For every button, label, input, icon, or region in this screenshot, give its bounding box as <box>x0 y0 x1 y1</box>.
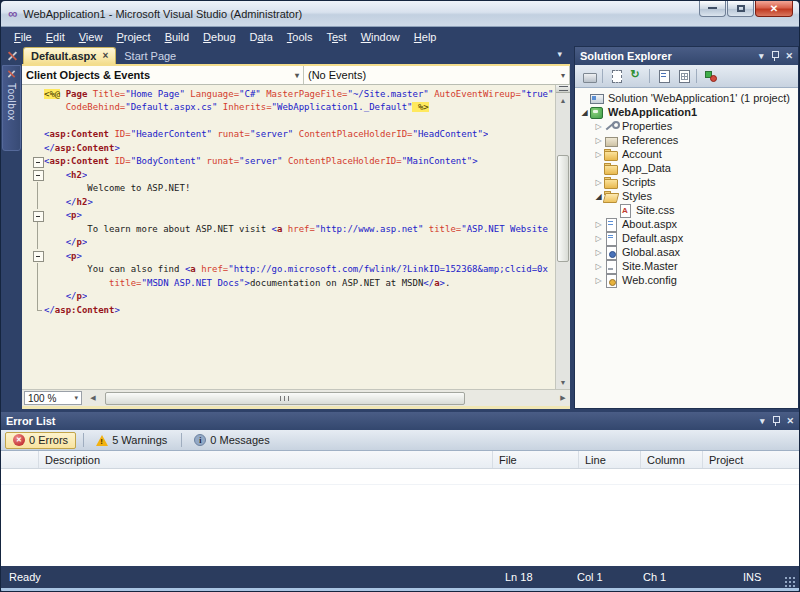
tree-item-web-config[interactable]: ▷Web.config <box>575 273 798 287</box>
tree-item-label: Solution 'WebApplication1' (1 project) <box>608 92 790 104</box>
collapse-arrow-icon[interactable]: ◢ <box>593 192 604 201</box>
files-icon <box>610 70 623 82</box>
messages-filter-button[interactable]: 0 Messages <box>187 432 276 449</box>
menu-file[interactable]: File <box>7 29 39 45</box>
tab-start-page[interactable]: Start Page <box>117 47 183 64</box>
column-header-col[interactable]: Column <box>641 451 703 468</box>
toolbox-tab[interactable]: Toolbox <box>2 65 21 151</box>
diagram-button[interactable] <box>700 67 720 85</box>
window-position-icon[interactable]: ▾ <box>759 51 764 61</box>
close-button[interactable]: ✕ <box>755 1 793 17</box>
tree-item-scripts[interactable]: ▷Scripts <box>575 175 798 189</box>
tree-item-site-master[interactable]: ▷Site.Master <box>575 259 798 273</box>
code-editor[interactable]: <%@ Page Title="Home Page" Language="C#"… <box>22 85 555 389</box>
solution-explorer-title-bar[interactable]: Solution Explorer ▾ ✕ <box>575 47 798 65</box>
outline-marker[interactable] <box>31 209 44 223</box>
outline-marker[interactable] <box>31 168 44 182</box>
title-bar[interactable]: ∞ WebApplication1 - Microsoft Visual Stu… <box>1 1 799 27</box>
menu-help[interactable]: Help <box>407 29 444 45</box>
close-icon[interactable]: × <box>102 51 108 61</box>
expand-arrow-icon[interactable]: ▷ <box>593 136 604 145</box>
object-dropdown[interactable]: Client Objects & Events ▾ <box>22 66 304 84</box>
minimize-button[interactable] <box>699 1 726 17</box>
code-line <box>22 317 555 331</box>
expand-arrow-icon[interactable]: ▷ <box>593 248 604 257</box>
designer-button[interactable] <box>673 67 693 85</box>
folder-button[interactable] <box>579 67 599 85</box>
horizontal-scrollbar[interactable]: ◀ ▶ <box>86 390 570 406</box>
code-line: <%@ Page Title="Home Page" Language="C#"… <box>22 87 555 101</box>
auto-hide-pin-icon[interactable] <box>772 416 779 426</box>
outline-marker <box>31 182 44 196</box>
close-icon[interactable]: ✕ <box>786 416 794 426</box>
expand-arrow-icon[interactable]: ▷ <box>593 276 604 285</box>
code-button[interactable] <box>653 67 673 85</box>
scroll-down-icon[interactable]: ▼ <box>556 375 570 389</box>
menu-window[interactable]: Window <box>354 29 407 45</box>
toolbar-separator <box>181 433 182 447</box>
tree-item-default-aspx[interactable]: ▷Default.aspx <box>575 231 798 245</box>
menu-test[interactable]: Test <box>319 29 353 45</box>
menu-view[interactable]: View <box>72 29 110 45</box>
expand-arrow-icon[interactable]: ▷ <box>593 262 604 271</box>
column-header-file[interactable]: File <box>493 451 579 468</box>
warnings-filter-button[interactable]: 5 Warnings <box>89 432 174 449</box>
column-header-proj[interactable]: Project <box>703 451 799 468</box>
event-dropdown[interactable]: (No Events) ▾ <box>304 66 570 84</box>
refresh-button[interactable] <box>626 67 646 85</box>
column-header-label: Description <box>45 454 100 466</box>
scroll-up-icon[interactable]: ▲ <box>556 93 570 107</box>
outline-marker[interactable] <box>31 249 44 263</box>
outline-marker[interactable] <box>31 155 44 169</box>
resize-grip[interactable] <box>783 575 796 588</box>
horizontal-scroll-thumb[interactable] <box>105 392 465 405</box>
menu-debug[interactable]: Debug <box>196 29 242 45</box>
menu-edit[interactable]: Edit <box>39 29 72 45</box>
expand-arrow-icon[interactable]: ▷ <box>593 178 604 187</box>
tree-item-references[interactable]: ▷References <box>575 133 798 147</box>
error-list-title-bar[interactable]: Error List ▾ ✕ <box>1 412 799 430</box>
menu-build[interactable]: Build <box>158 29 196 45</box>
tree-item-label: Site.Master <box>622 260 678 272</box>
tree-item-account[interactable]: ▷Account <box>575 147 798 161</box>
column-header-desc[interactable]: Description <box>39 451 493 468</box>
window-position-icon[interactable]: ▾ <box>760 416 765 426</box>
column-header-line[interactable]: Line <box>579 451 641 468</box>
menu-tools[interactable]: Tools <box>280 29 320 45</box>
tree-item-about-aspx[interactable]: ▷About.aspx <box>575 217 798 231</box>
code-line: <p> <box>22 249 555 263</box>
expand-arrow-icon[interactable]: ▷ <box>593 220 604 229</box>
tree-item-app-data[interactable]: App_Data <box>575 161 798 175</box>
collapse-arrow-icon[interactable]: ◢ <box>579 108 590 117</box>
errors-filter-button[interactable]: 0 Errors <box>5 432 76 449</box>
tree-item-global-asax[interactable]: ▷Global.asax <box>575 245 798 259</box>
status-line-number: Ln 18 <box>505 571 577 583</box>
error-list-body[interactable] <box>1 469 799 566</box>
tab-label: Default.aspx <box>31 50 96 62</box>
code-text: title="MSDN ASP.NET Docs">documentation … <box>44 278 450 288</box>
tree-item-webapplication1[interactable]: ◢WebApplication1 <box>575 105 798 119</box>
vertical-scroll-thumb[interactable] <box>557 155 569 262</box>
auto-hide-pin-icon[interactable] <box>771 51 778 61</box>
scroll-left-icon[interactable]: ◀ <box>86 394 100 402</box>
tab-list-dropdown-icon[interactable]: ▾ <box>557 49 562 59</box>
event-dropdown-value: (No Events) <box>308 69 366 81</box>
menu-project[interactable]: Project <box>109 29 157 45</box>
solution-explorer-toolbar <box>575 65 798 88</box>
close-icon[interactable]: ✕ <box>785 51 793 61</box>
tree-item-properties[interactable]: ▷Properties <box>575 119 798 133</box>
tab-default-aspx[interactable]: Default.aspx× <box>23 47 116 64</box>
editor-splitter-handle[interactable] <box>556 85 570 93</box>
expand-arrow-icon[interactable]: ▷ <box>593 122 604 131</box>
expand-arrow-icon[interactable]: ▷ <box>593 150 604 159</box>
vertical-scrollbar[interactable]: ▲ ▼ <box>555 85 570 389</box>
tree-item-site-css[interactable]: Site.css <box>575 203 798 217</box>
tree-item-styles[interactable]: ◢Styles <box>575 189 798 203</box>
scroll-right-icon[interactable]: ▶ <box>556 394 570 402</box>
tree-item-solution-webapplication1-1-project[interactable]: Solution 'WebApplication1' (1 project) <box>575 91 798 105</box>
maximize-button[interactable] <box>727 1 754 17</box>
expand-arrow-icon[interactable]: ▷ <box>593 234 604 243</box>
zoom-dropdown[interactable]: 100 % ▾ <box>24 391 82 405</box>
files-button[interactable] <box>606 67 626 85</box>
menu-data[interactable]: Data <box>243 29 280 45</box>
